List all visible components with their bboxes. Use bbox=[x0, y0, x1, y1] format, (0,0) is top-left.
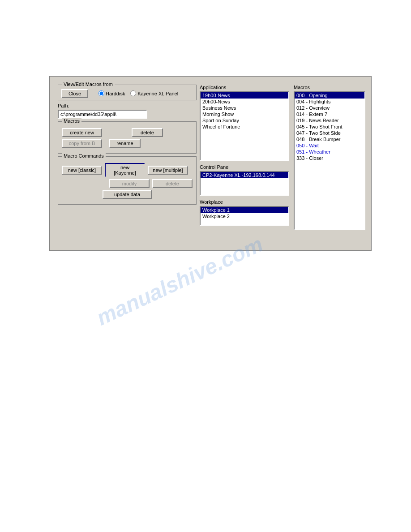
app-item-5[interactable]: Wheel of Fortune bbox=[201, 124, 288, 130]
path-label: Path: bbox=[58, 103, 197, 108]
left-panel: View/Edit Macros from Harddisk Kayenne X… bbox=[58, 85, 197, 207]
create-new-button[interactable]: create new bbox=[62, 128, 102, 137]
delete2-button[interactable]: delete bbox=[152, 179, 193, 188]
control-panel-label: Control Panel bbox=[200, 164, 289, 170]
app-item-2[interactable]: Business News bbox=[201, 105, 288, 111]
macro-item-5[interactable]: 045 - Two Shot Front bbox=[295, 124, 364, 130]
macro-item-4[interactable]: 019 - News Reader bbox=[295, 117, 364, 124]
macros-listbox[interactable]: 000 - Opening 004 - Highlights 012 - Ove… bbox=[294, 91, 365, 230]
delete-button[interactable]: delete bbox=[132, 128, 163, 137]
macros-row2: copy from B rename bbox=[62, 139, 193, 148]
new-classic-button[interactable]: new [classic] bbox=[62, 166, 102, 175]
view-edit-label: View/Edit Macros from bbox=[62, 82, 115, 87]
harddisk-radio[interactable] bbox=[98, 90, 104, 96]
modify-button[interactable]: modify bbox=[109, 179, 150, 188]
rename-button[interactable]: rename bbox=[109, 139, 141, 148]
path-section: Path: c:\programme\dd35\appli\ bbox=[58, 103, 197, 119]
right-panel: Applications 19h00-News 20h00-News Busin… bbox=[200, 85, 363, 230]
close-button[interactable]: Close bbox=[61, 89, 88, 98]
applications-col: Applications 19h00-News 20h00-News Busin… bbox=[200, 85, 289, 230]
macro-cmd-row2: modify delete bbox=[62, 179, 193, 188]
source-radio-group: Harddisk Kayenne XL Panel bbox=[98, 90, 193, 96]
workplace-item-0[interactable]: Workplace 1 bbox=[201, 207, 288, 213]
macros-col: Macros 000 - Opening 004 - Highlights 01… bbox=[294, 85, 365, 230]
harddisk-radio-text: Harddisk bbox=[106, 91, 125, 96]
workplace-label: Workplace bbox=[200, 199, 289, 205]
app-item-4[interactable]: Sport on Sunday bbox=[201, 117, 288, 124]
macro-item-0[interactable]: 000 - Opening bbox=[295, 92, 364, 99]
new-kayenne-button[interactable]: new [Kayenne] bbox=[105, 163, 145, 177]
app-item-3[interactable]: Morning Show bbox=[201, 111, 288, 117]
macro-item-8[interactable]: 050 - Wait bbox=[295, 142, 364, 149]
path-input[interactable]: c:\programme\dd35\appli\ bbox=[58, 110, 147, 119]
app-item-1[interactable]: 20h00-News bbox=[201, 99, 288, 105]
macros-group: Macros create new delete copy from B ren… bbox=[58, 121, 197, 154]
macros-list-label: Macros bbox=[294, 85, 365, 90]
workplace-section: Workplace Workplace 1 Workplace 2 bbox=[200, 199, 289, 226]
dialog-background: View/Edit Macros from Harddisk Kayenne X… bbox=[49, 76, 372, 251]
kayenne-radio[interactable] bbox=[130, 90, 136, 96]
macro-commands-label: Macro Commands bbox=[62, 153, 106, 159]
cp-item-0[interactable]: CP2-Kayenne XL -192.168.0.144 bbox=[201, 172, 288, 178]
kayenne-radio-label[interactable]: Kayenne XL Panel bbox=[130, 90, 178, 96]
macro-item-9[interactable]: 051 - Wheather bbox=[295, 149, 364, 155]
update-data-button[interactable]: update data bbox=[103, 190, 152, 199]
macro-item-2[interactable]: 012 - Overview bbox=[295, 105, 364, 111]
kayenne-radio-text: Kayenne XL Panel bbox=[137, 91, 178, 96]
control-panel-section: Control Panel CP2-Kayenne XL -192.168.0.… bbox=[200, 164, 289, 196]
copy-from-b-button[interactable]: copy from B bbox=[62, 139, 102, 148]
macro-item-1[interactable]: 004 - Highlights bbox=[295, 99, 364, 105]
close-button-container: Close bbox=[61, 89, 88, 98]
new-multiple-button[interactable]: new [multiple] bbox=[148, 166, 188, 175]
macro-commands-group: Macro Commands new [classic] new [Kayenn… bbox=[58, 156, 197, 205]
right-cols: Applications 19h00-News 20h00-News Busin… bbox=[200, 85, 363, 230]
macro-cmd-row3: update data bbox=[62, 190, 193, 199]
workplace-item-1[interactable]: Workplace 2 bbox=[201, 213, 288, 219]
macro-item-3[interactable]: 014 - Extern 7 bbox=[295, 111, 364, 117]
applications-listbox[interactable]: 19h00-News 20h00-News Business News Morn… bbox=[200, 91, 289, 161]
applications-label: Applications bbox=[200, 85, 289, 90]
workplace-listbox[interactable]: Workplace 1 Workplace 2 bbox=[200, 206, 289, 226]
macro-item-7[interactable]: 048 - Break Bumper bbox=[295, 136, 364, 142]
macro-item-6[interactable]: 047 - Two Shot Side bbox=[295, 130, 364, 136]
harddisk-radio-label[interactable]: Harddisk bbox=[98, 90, 125, 96]
macro-cmd-row1: new [classic] new [Kayenne] new [multipl… bbox=[62, 163, 193, 177]
macros-group-label: Macros bbox=[62, 118, 81, 124]
app-item-0[interactable]: 19h00-News bbox=[201, 92, 288, 99]
macro-item-10[interactable]: 333 - Closer bbox=[295, 155, 364, 161]
macros-row1: create new delete bbox=[62, 128, 193, 137]
control-panel-listbox[interactable]: CP2-Kayenne XL -192.168.0.144 bbox=[200, 171, 289, 196]
